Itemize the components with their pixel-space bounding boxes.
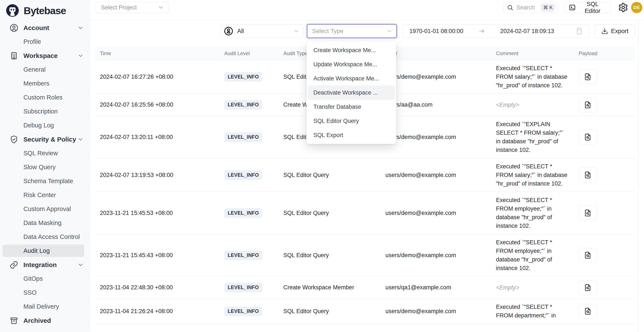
- sidebar-item-data-access-control[interactable]: Data Access Control: [0, 230, 89, 244]
- actor-filter-value: All: [237, 28, 244, 34]
- sidebar-item-general[interactable]: General: [0, 63, 89, 77]
- audit-type: SQL Editor Query: [278, 252, 381, 259]
- table-row: 2023-11-04 21:26:24 +08:00LEVEL_INFOSQL …: [95, 299, 635, 324]
- payload-view-button[interactable]: [579, 69, 597, 84]
- payload-view-button[interactable]: [579, 98, 597, 112]
- sidebar-item-risk-center[interactable]: Risk Center: [0, 188, 89, 202]
- sidebar-item-sql-review[interactable]: SQL Review: [0, 146, 89, 160]
- menu-item-deactivate-workspace[interactable]: Deactivate Workspace ...: [308, 86, 395, 100]
- audit-comment: Executed `"SELECT * FROM employee;"` in …: [496, 197, 552, 229]
- sidebar-item-label: Custom Approval: [24, 205, 71, 212]
- sidebar-item-security-policy[interactable]: Security & Policy: [0, 132, 89, 146]
- file-search-icon: [584, 251, 592, 259]
- audit-type: SQL Editor Query: [278, 172, 381, 178]
- sidebar-item-custom-approval[interactable]: Custom Approval: [0, 202, 89, 216]
- menu-item-create-workspace-me[interactable]: Create Workspace Me...: [308, 43, 395, 57]
- sidebar-item-debug-log[interactable]: Debug Log: [0, 118, 89, 132]
- project-select-value: Select Project: [101, 4, 137, 11]
- payload-view-button[interactable]: [579, 280, 597, 295]
- audit-comment: Executed `"EXPLAIN SELECT * FROM salary;…: [496, 121, 564, 153]
- menu-item-transfer-database[interactable]: Transfer Database: [308, 100, 395, 114]
- audit-level-badge: LEVEL_INFO: [224, 100, 262, 110]
- audit-level-badge: LEVEL_INFO: [224, 251, 262, 260]
- audit-time: 2023-11-21 15:45:53 +08:00: [95, 210, 220, 216]
- audit-actor: users/demo@example.com: [381, 252, 491, 259]
- project-select[interactable]: Select Project: [96, 2, 169, 13]
- type-filter-select[interactable]: Select Type: [307, 24, 397, 38]
- type-filter-dropdown-menu: Create Workspace Me...Update Workspace M…: [306, 41, 396, 144]
- sidebar-item-sso[interactable]: SSO: [0, 286, 89, 300]
- brand[interactable]: Bytebase: [0, 0, 89, 17]
- scrollbar-track[interactable]: [638, 20, 644, 332]
- sidebar-item-audit-log[interactable]: Audit Log: [2, 244, 84, 257]
- sidebar-item-archived[interactable]: Archived: [0, 314, 89, 328]
- topbar: Select Project Search ⌘ K SQL Editor DE: [90, 0, 644, 20]
- sidebar-item-label: Audit Log: [24, 247, 50, 254]
- audit-comment: Executed `"SELECT * FROM department;"` i…: [496, 304, 556, 319]
- sidebar-item-schema-template[interactable]: Schema Template: [0, 174, 89, 188]
- audit-type: SQL Editor Query: [278, 308, 381, 315]
- table-row: 2023-11-04 22:48:30 +08:00LEVEL_INFOCrea…: [95, 276, 635, 299]
- sidebar-item-label: SQL Review: [24, 150, 58, 157]
- sql-editor-label: SQL Editor: [579, 1, 606, 14]
- sidebar-item-gitops[interactable]: GitOps: [0, 272, 89, 286]
- menu-item-sql-export[interactable]: SQL Export: [308, 128, 395, 142]
- shield-check-icon: [9, 135, 19, 144]
- sidebar-item-integration[interactable]: Integration: [0, 258, 89, 272]
- file-search-icon: [584, 73, 592, 81]
- audit-level-badge: LEVEL_INFO: [224, 208, 262, 218]
- chevron-down-icon: [77, 136, 84, 143]
- col-header-comment: Comment: [491, 49, 574, 58]
- sidebar-item-label: Profile: [24, 38, 41, 45]
- sidebar-nav: AccountProfileWorkspaceGeneralMembersCus…: [0, 21, 89, 328]
- sidebar-item-slow-query[interactable]: Slow Query: [0, 160, 89, 174]
- menu-item-update-workspace-me[interactable]: Update Workspace Me...: [308, 57, 395, 71]
- audit-time: 2024-02-07 13:19:53 +08:00: [95, 172, 220, 178]
- sidebar-item-data-masking[interactable]: Data Masking: [0, 216, 89, 230]
- chevron-down-icon: [77, 262, 84, 268]
- sidebar-item-members[interactable]: Members: [0, 77, 89, 91]
- date-range-picker[interactable]: 1970-01-01 08:00:00 2024-02-07 18:09:13: [403, 24, 589, 38]
- chevron-down-icon: [77, 25, 84, 31]
- sidebar-item-workspace[interactable]: Workspace: [0, 49, 89, 63]
- audit-time: 2023-11-21 15:45:43 +08:00: [95, 252, 220, 259]
- actor-filter-select[interactable]: All: [220, 24, 303, 38]
- sidebar-item-label: Risk Center: [24, 191, 56, 199]
- user-filter-icon: [224, 26, 234, 36]
- chevron-down-icon: [77, 52, 84, 59]
- menu-item-activate-workspace-me[interactable]: Activate Workspace Me...: [308, 71, 395, 86]
- table-row: 2023-11-21 15:45:43 +08:00LEVEL_INFOSQL …: [95, 234, 635, 276]
- col-header-actor: Actor: [381, 50, 491, 56]
- sidebar-item-profile[interactable]: Profile: [0, 35, 89, 49]
- sql-editor-button[interactable]: SQL Editor: [564, 2, 611, 13]
- date-to-value: 2024-02-07 18:09:13: [500, 28, 554, 34]
- sidebar-item-label: Custom Roles: [24, 94, 62, 101]
- payload-view-button[interactable]: [579, 130, 597, 144]
- payload-view-button[interactable]: [579, 168, 597, 182]
- terminal-icon: [568, 4, 576, 11]
- user-avatar[interactable]: DE: [631, 2, 642, 13]
- search-input[interactable]: Search ⌘ K: [503, 2, 558, 13]
- audit-level-badge: LEVEL_INFO: [224, 72, 262, 82]
- menu-item-sql-editor-query[interactable]: SQL Editor Query: [308, 114, 395, 128]
- settings-gear-icon[interactable]: [618, 2, 628, 13]
- export-button[interactable]: Export: [594, 24, 635, 38]
- export-label: Export: [611, 28, 628, 34]
- sidebar-item-custom-roles[interactable]: Custom Roles: [0, 91, 89, 104]
- sidebar-item-label: Slow Query: [24, 164, 56, 171]
- payload-view-button[interactable]: [579, 206, 597, 220]
- sidebar-item-account[interactable]: Account: [0, 21, 89, 35]
- audit-actor: users/qa1@example.com: [381, 284, 491, 291]
- sidebar-item-label: Debug Log: [24, 122, 54, 129]
- file-search-icon: [584, 171, 592, 179]
- sidebar-item-subscription[interactable]: Subscription: [0, 104, 89, 118]
- payload-view-button[interactable]: [579, 248, 597, 263]
- audit-comment: Executed `"SELECT * FROM salary;"` in da…: [496, 65, 567, 89]
- payload-view-button[interactable]: [579, 304, 597, 319]
- audit-actor: users/demo@example.com: [381, 210, 491, 216]
- audit-level-badge: LEVEL_INFO: [224, 283, 262, 292]
- chevron-down-icon: [386, 28, 392, 34]
- sidebar-item-mail-delivery[interactable]: Mail Delivery: [0, 300, 89, 314]
- audit-comment-empty: <Empty>: [496, 284, 519, 291]
- sidebar-item-label: Security & Policy: [24, 136, 76, 143]
